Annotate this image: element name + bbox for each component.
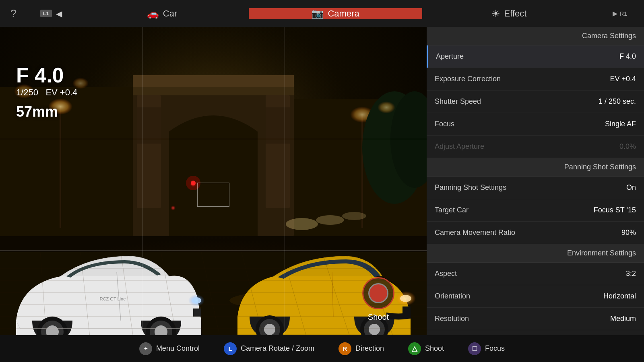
- svg-point-45: [369, 324, 380, 335]
- shoot-button-area[interactable]: Shoot: [362, 277, 394, 322]
- svg-point-24: [286, 218, 318, 230]
- panning-settings-header: Panning Shot Settings: [427, 158, 644, 177]
- bottom-shoot: △ Shoot: [408, 342, 444, 355]
- aperture-value: F 4.0: [619, 52, 636, 61]
- tab-camera-label: Camera: [328, 8, 359, 19]
- aspect-label: Aspect: [435, 269, 457, 278]
- svg-rect-9: [266, 107, 290, 144]
- svg-point-26: [342, 212, 366, 220]
- hud-ev: EV +0.4: [45, 87, 77, 97]
- svg-point-36: [188, 294, 204, 306]
- environment-settings-title: Environment Settings: [567, 249, 636, 257]
- movement-ratio-label: Camera Movement Ratio: [435, 228, 515, 237]
- bottom-camera-rotate: L Camera Rotate / Zoom: [224, 342, 314, 355]
- hud-aperture: F 4.0: [16, 63, 64, 87]
- tab-effect[interactable]: ☀ Effect: [422, 8, 596, 19]
- l1-arrow: ◀: [56, 9, 62, 19]
- top-navigation: ? L1 ◀ 🚗 Car 📷 Camera ☀ Effect ▶ R1: [0, 0, 644, 27]
- focus-label: Focus: [435, 120, 454, 128]
- tab-effect-label: Effect: [504, 8, 527, 19]
- hud-focal: 57mm: [16, 103, 58, 120]
- row-orientation[interactable]: Orientation Horizontal: [427, 285, 644, 308]
- adjust-aperture-value: 0.0%: [619, 142, 636, 151]
- focus-bottom-label: Focus: [485, 344, 505, 353]
- panning-settings-title: Panning Shot Settings: [564, 163, 636, 171]
- help-icon: ?: [10, 7, 17, 20]
- camera-settings-header: Camera Settings: [427, 27, 644, 45]
- tab-car[interactable]: 🚗 Car: [75, 8, 249, 19]
- r-button-icon: R: [339, 342, 351, 355]
- shutter-label: Shutter Speed: [435, 97, 481, 106]
- hud-shutter: 1/250: [16, 87, 38, 97]
- settings-panel: Camera Settings Aperture F 4.0 Exposure …: [427, 27, 644, 362]
- camera-icon: 📷: [312, 8, 324, 19]
- target-car-label: Target Car: [435, 206, 469, 214]
- tab-car-label: Car: [163, 8, 177, 19]
- orientation-value: Horizontal: [603, 292, 636, 300]
- row-movement-ratio[interactable]: Camera Movement Ratio 90%: [427, 222, 644, 244]
- viewport: RCZ GT Line: [0, 27, 427, 362]
- resolution-value: Medium: [610, 315, 636, 323]
- l-button-icon: L: [224, 342, 237, 355]
- tab-l1[interactable]: L1 ◀: [27, 9, 75, 19]
- row-shutter[interactable]: Shutter Speed 1 / 250 sec.: [427, 90, 644, 113]
- row-resolution[interactable]: Resolution Medium: [427, 308, 644, 330]
- main-content: RCZ GT Line: [0, 27, 644, 362]
- bottom-focus: □ Focus: [468, 342, 505, 355]
- svg-point-47: [396, 291, 416, 306]
- menu-control-label: Menu Control: [156, 344, 200, 353]
- effect-icon: ☀: [491, 8, 500, 19]
- triangle-button-icon: △: [408, 342, 421, 355]
- row-target-car[interactable]: Target Car Focus ST '15: [427, 199, 644, 222]
- l1-badge: L1: [40, 10, 52, 17]
- row-panning-enabled[interactable]: Panning Shot Settings On: [427, 177, 644, 199]
- shoot-circle[interactable]: [362, 277, 394, 309]
- row-focus[interactable]: Focus Single AF: [427, 113, 644, 136]
- shoot-bottom-label: Shoot: [425, 344, 444, 353]
- hud-exposure: 1/250 EV +0.4: [16, 87, 77, 98]
- camera-rotate-label: Camera Rotate / Zoom: [241, 344, 314, 353]
- bottom-menu-control: ✦ Menu Control: [139, 342, 200, 355]
- direction-label: Direction: [355, 344, 384, 353]
- svg-text:RCZ GT Line: RCZ GT Line: [100, 296, 126, 301]
- exposure-label: Exposure Correction: [435, 75, 501, 83]
- camera-settings-title: Camera Settings: [582, 32, 636, 40]
- svg-point-52: [186, 176, 200, 190]
- shutter-value: 1 / 250 sec.: [599, 97, 636, 106]
- row-aperture[interactable]: Aperture F 4.0: [427, 45, 644, 68]
- help-button[interactable]: ?: [0, 0, 27, 27]
- panning-enabled-label: Panning Shot Settings: [435, 183, 506, 192]
- environment-settings-header: Environment Settings: [427, 244, 644, 263]
- r1-badge: R1: [620, 10, 627, 17]
- aspect-value: 3:2: [626, 269, 636, 278]
- bottom-direction: R Direction: [339, 342, 384, 355]
- movement-ratio-value: 90%: [621, 228, 636, 237]
- play-icon: ▶: [613, 10, 617, 17]
- bottom-bar: ✦ Menu Control L Camera Rotate / Zoom R …: [0, 335, 644, 362]
- car-icon: 🚗: [147, 8, 159, 19]
- square-button-icon: □: [468, 342, 481, 355]
- shoot-label: Shoot: [368, 313, 389, 322]
- target-car-value: Focus ST '15: [594, 206, 636, 214]
- adjust-aperture-label: Adjust Aperture: [435, 142, 484, 151]
- resolution-label: Resolution: [435, 315, 469, 323]
- svg-point-50: [378, 101, 395, 113]
- panning-enabled-value: On: [626, 183, 636, 192]
- svg-rect-8: [137, 107, 161, 144]
- shoot-inner[interactable]: [368, 283, 388, 303]
- row-exposure[interactable]: Exposure Correction EV +0.4: [427, 68, 644, 90]
- svg-point-23: [171, 206, 175, 210]
- r1-indicator[interactable]: ▶ R1: [596, 10, 644, 17]
- focus-value: Single AF: [605, 120, 636, 128]
- svg-point-42: [264, 324, 275, 335]
- orientation-label: Orientation: [435, 292, 470, 300]
- row-aspect[interactable]: Aspect 3:2: [427, 263, 644, 285]
- svg-rect-5: [133, 75, 294, 87]
- tab-camera[interactable]: 📷 Camera: [249, 8, 422, 19]
- row-adjust-aperture[interactable]: Adjust Aperture 0.0%: [427, 136, 644, 158]
- aperture-label: Aperture: [436, 52, 464, 61]
- exposure-value: EV +0.4: [610, 75, 636, 83]
- svg-point-25: [316, 215, 344, 225]
- dpad-icon: ✦: [139, 342, 152, 355]
